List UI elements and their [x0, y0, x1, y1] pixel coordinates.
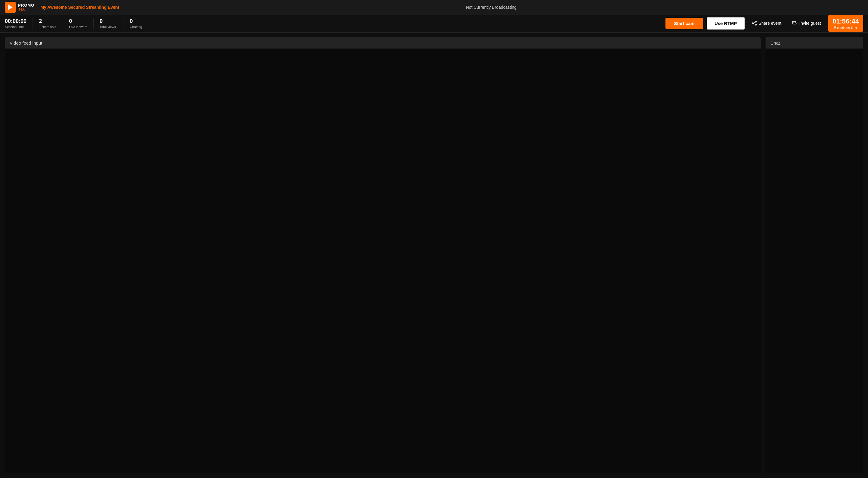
svg-point-2 — [755, 21, 756, 22]
stat-chatting: 0 Chatting — [130, 18, 154, 29]
promotix-logo-icon — [5, 2, 16, 13]
stat-session-time: 00:00:00 Session time — [5, 18, 33, 29]
use-rtmp-button[interactable]: Use RTMP — [707, 17, 745, 30]
logo-area: PROMO TIX — [5, 2, 34, 13]
logo-tix: TIX — [18, 7, 34, 11]
session-time-label: Session time — [5, 25, 24, 29]
share-event-label: Share event — [758, 21, 781, 26]
total-views-value: 0 — [100, 18, 103, 25]
live-viewers-label: Live viewers — [69, 25, 87, 29]
svg-line-5 — [753, 22, 755, 23]
video-feed — [5, 49, 761, 473]
share-icon — [752, 21, 757, 26]
video-panel-header: Video feed input — [5, 37, 761, 49]
video-section: Video feed input — [0, 33, 766, 478]
svg-rect-7 — [792, 22, 796, 24]
video-panel: Video feed input — [5, 37, 761, 473]
start-cam-button[interactable]: Start cam — [665, 18, 703, 29]
total-views-label: Total views — [100, 25, 116, 29]
stat-tickets-sold: 2 Tickets sold — [39, 18, 63, 29]
logo-text: PROMO TIX — [18, 3, 34, 11]
remaining-time-value: 01:56:44 — [832, 18, 859, 25]
stats-bar: 00:00:00 Session time 2 Tickets sold 0 L… — [0, 14, 868, 33]
remaining-time-label: Remaining time — [832, 26, 859, 29]
chat-section: Chat — [766, 33, 868, 478]
svg-point-4 — [752, 23, 753, 24]
invite-guest-label: Invite guest — [799, 21, 821, 26]
chat-panel-header: Chat — [766, 37, 863, 49]
chatting-label: Chatting — [130, 25, 142, 29]
top-nav: PROMO TIX My Awesome Secured Streaming E… — [0, 0, 868, 14]
event-title: My Awesome Secured Streaming Event — [40, 5, 119, 10]
svg-line-10 — [797, 23, 798, 24]
remaining-time-box: 01:56:44 Remaining time — [828, 15, 863, 31]
live-viewers-value: 0 — [69, 18, 72, 25]
broadcast-status: Not Currently Broadcasting — [119, 5, 863, 10]
svg-point-3 — [755, 24, 756, 25]
tickets-sold-value: 2 — [39, 18, 42, 25]
invite-icon — [792, 21, 798, 26]
session-time-value: 00:00:00 — [5, 18, 27, 25]
chat-feed — [766, 49, 863, 473]
share-event-button[interactable]: Share event — [748, 19, 785, 28]
invite-guest-button[interactable]: Invite guest — [788, 19, 825, 28]
logo-promo: PROMO — [18, 3, 34, 7]
stat-live-viewers: 0 Live viewers — [69, 18, 94, 29]
stat-total-views: 0 Total views — [100, 18, 124, 29]
action-buttons: Start cam Use RTMP Share event Invite gu… — [665, 15, 863, 31]
chatting-value: 0 — [130, 18, 133, 25]
main-content: Video feed input Chat — [0, 33, 868, 478]
tickets-sold-label: Tickets sold — [39, 25, 56, 29]
chat-panel: Chat — [766, 37, 863, 473]
video-panel-title: Video feed input — [10, 40, 42, 45]
chat-panel-title: Chat — [770, 40, 780, 45]
svg-line-6 — [753, 24, 755, 24]
